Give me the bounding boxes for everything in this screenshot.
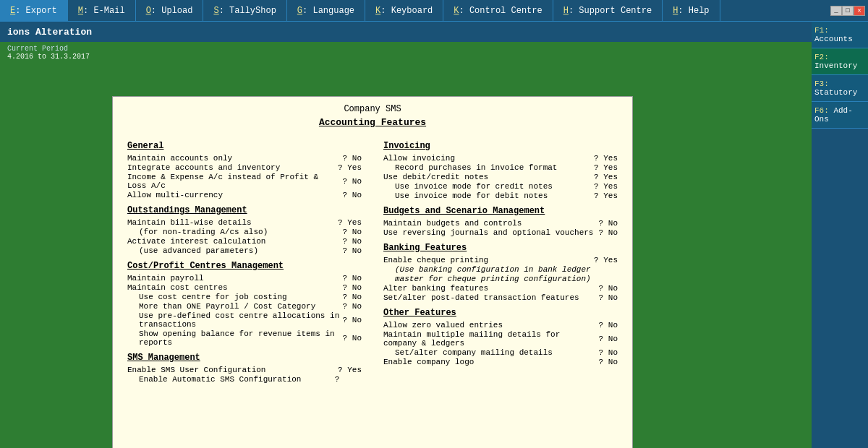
row-zero-valued[interactable]: Allow zero valued entries ? No <box>383 321 618 329</box>
control-label: : Control Centre <box>459 6 542 16</box>
form-content: General Maintain accounts only ? No Inte… <box>113 135 632 384</box>
menu-tallyshop[interactable]: S : TallyShop <box>203 0 286 21</box>
value-predefined-cost: ? No <box>343 316 362 324</box>
value-debit-credit-notes: ? Yes <box>594 173 618 181</box>
menu-export[interactable]: E : Export <box>0 0 68 21</box>
row-purchases-invoice[interactable]: Record purchases in invoice format ? Yes <box>383 163 618 172</box>
support-key: H <box>563 6 569 16</box>
minimize-button[interactable]: _ <box>830 6 842 16</box>
value-budgets: ? No <box>599 219 618 228</box>
row-invoice-credit[interactable]: Use invoice mode for credit notes ? Yes <box>383 182 618 191</box>
label-billwise: Maintain bill-wise details <box>127 218 335 227</box>
row-predefined-cost[interactable]: Use pre-defined cost centre allocations … <box>127 311 362 329</box>
row-debit-credit-notes[interactable]: Use debit/credit notes ? Yes <box>383 173 618 181</box>
value-reversing-journals: ? No <box>599 228 618 237</box>
label-zero-valued: Allow zero valued entries <box>383 321 596 329</box>
row-advanced-params[interactable]: (use advanced parameters) ? No <box>127 246 362 255</box>
value-payroll: ? No <box>343 274 362 283</box>
close-button[interactable]: ✕ <box>854 6 865 16</box>
row-alter-banking[interactable]: Alter banking features ? No <box>383 284 618 293</box>
menu-support[interactable]: H : Support Centre <box>553 0 663 21</box>
row-cost-centres[interactable]: Maintain cost centres ? No <box>127 283 362 292</box>
f2-key: F2: <box>814 53 829 61</box>
row-job-costing[interactable]: Use cost centre for job costing ? No <box>127 293 362 301</box>
row-mailing-details[interactable]: Maintain multiple mailing details for co… <box>383 330 618 348</box>
menu-control-centre[interactable]: K : Control Centre <box>443 0 553 21</box>
export-label: : Export <box>15 6 57 16</box>
f1-accounts[interactable]: F1: Accounts <box>812 22 868 48</box>
label-interest: Activate interest calculation <box>127 237 340 246</box>
label-predefined-cost: Use pre-defined cost centre allocations … <box>139 311 340 329</box>
label-payroll: Maintain payroll <box>127 274 340 283</box>
left-column: General Maintain accounts only ? No Inte… <box>127 135 362 384</box>
row-budgets[interactable]: Maintain budgets and controls ? No <box>383 219 618 228</box>
label-one-payroll: More than ONE Payroll / Cost Category <box>139 302 340 311</box>
label-opening-balance: Show opening balance for revenue items i… <box>139 329 340 347</box>
row-sms-auto[interactable]: Enable Automatic SMS Configuration ? <box>127 375 362 384</box>
row-banking-config: (Use banking configuration in bank ledge… <box>383 265 618 274</box>
f1-key: F1: <box>814 26 829 35</box>
label-advanced-params: (use advanced parameters) <box>139 246 340 255</box>
accounting-features-form: Company SMS Accounting Features General … <box>112 96 633 448</box>
row-cheque-config: master for cheque printing configuration… <box>383 275 618 283</box>
keyboard-key: K <box>375 6 380 16</box>
menu-keyboard[interactable]: K : Keyboard <box>365 0 443 21</box>
menu-upload[interactable]: O : Upload <box>136 0 204 21</box>
label-multi-currency: Allow multi-currency <box>127 191 340 199</box>
row-interest[interactable]: Activate interest calculation ? No <box>127 237 362 246</box>
row-non-trading[interactable]: (for non-trading A/cs also) ? No <box>127 228 362 236</box>
section-banking: Banking Features <box>383 243 618 253</box>
value-billwise: ? Yes <box>338 218 362 227</box>
row-sms-user[interactable]: Enable SMS User Configuration ? Yes <box>127 366 362 374</box>
label-cost-centres: Maintain cost centres <box>127 283 340 292</box>
f6-addons[interactable]: F6: Add-Ons <box>812 102 868 129</box>
row-one-payroll[interactable]: More than ONE Payroll / Cost Category ? … <box>127 302 362 311</box>
row-post-dated[interactable]: Set/alter post-dated transaction feature… <box>383 293 618 302</box>
f3-statutory[interactable]: F3: Statutory <box>812 75 868 102</box>
label-budgets: Maintain budgets and controls <box>383 219 596 228</box>
value-invoice-debit: ? Yes <box>594 191 618 200</box>
label-cheque-config: master for cheque printing configuration… <box>395 275 615 283</box>
main-area: Current Period 4.2016 to 31.3.2017 Compa… <box>0 42 812 448</box>
label-maintain-accounts: Maintain accounts only <box>127 154 340 163</box>
menu-language[interactable]: G : Language <box>287 0 365 21</box>
row-allow-invoicing[interactable]: Allow invoicing ? Yes <box>383 154 618 163</box>
label-non-trading: (for non-trading A/cs also) <box>139 228 340 236</box>
row-income-expense[interactable]: Income & Expense A/c instead of Profit &… <box>127 173 362 190</box>
row-company-logo[interactable]: Enable company logo ? No <box>383 358 618 366</box>
row-cheque-printing[interactable]: Enable cheque printing ? Yes <box>383 256 618 264</box>
row-integrate-accounts[interactable]: Integrate accounts and inventory ? Yes <box>127 163 362 172</box>
menu-help[interactable]: H : Help <box>663 0 720 21</box>
value-cost-centres: ? No <box>343 283 362 292</box>
row-maintain-accounts[interactable]: Maintain accounts only ? No <box>127 154 362 163</box>
f3-label: Statutory <box>814 88 857 97</box>
section-general: General <box>127 141 362 151</box>
row-payroll[interactable]: Maintain payroll ? No <box>127 274 362 283</box>
row-reversing-journals[interactable]: Use reversing journals and optional vouc… <box>383 228 618 237</box>
maximize-button[interactable]: □ <box>842 6 854 16</box>
label-job-costing: Use cost centre for job costing <box>139 293 340 301</box>
row-company-mailing[interactable]: Set/alter company mailing details ? No <box>383 348 618 357</box>
keyboard-label: : Keyboard <box>380 6 433 16</box>
row-invoice-debit[interactable]: Use invoice mode for debit notes ? Yes <box>383 191 618 200</box>
f2-label: Inventory <box>814 61 857 70</box>
page-title: ions Alteration <box>7 27 92 38</box>
label-integrate-accounts: Integrate accounts and inventory <box>127 163 335 172</box>
label-post-dated: Set/alter post-dated transaction feature… <box>383 293 596 302</box>
menu-email[interactable]: M : E-Mail <box>68 0 136 21</box>
f1-label: Accounts <box>814 35 853 43</box>
support-label: : Support Centre <box>569 6 652 16</box>
value-interest: ? No <box>343 237 362 246</box>
right-panel: _ □ ✕ F1: Accounts F2: Inventory F3: Sta… <box>812 0 868 448</box>
form-title: Accounting Features <box>113 117 632 128</box>
row-billwise[interactable]: Maintain bill-wise details ? Yes <box>127 218 362 227</box>
export-key: E <box>10 6 15 16</box>
section-outstandings: Outstandings Management <box>127 205 362 215</box>
value-alter-banking: ? No <box>599 284 618 293</box>
label-sms-user: Enable SMS User Configuration <box>127 366 335 374</box>
row-multi-currency[interactable]: Allow multi-currency ? No <box>127 191 362 199</box>
row-opening-balance[interactable]: Show opening balance for revenue items i… <box>127 329 362 347</box>
f2-inventory[interactable]: F2: Inventory <box>812 48 868 75</box>
value-advanced-params: ? No <box>343 246 362 255</box>
label-mailing-details: Maintain multiple mailing details for co… <box>383 330 596 348</box>
